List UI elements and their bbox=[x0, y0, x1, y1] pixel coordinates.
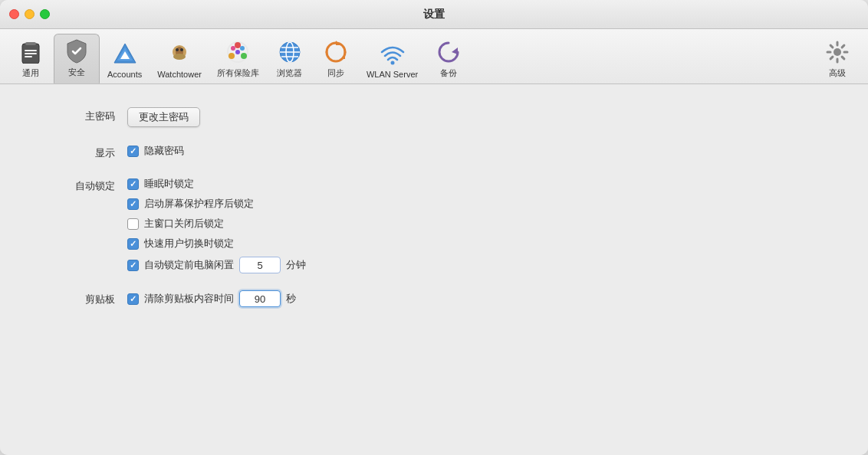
accounts-label: Accounts bbox=[107, 70, 142, 79]
toolbar-item-vaults[interactable]: 所有保险库 bbox=[209, 34, 267, 83]
hide-password-checkbox[interactable] bbox=[127, 146, 139, 157]
watchtower-label: Watchtower bbox=[157, 70, 202, 79]
toolbar-item-accounts[interactable]: Accounts bbox=[100, 34, 150, 83]
sleep-lock-row: 睡眠时锁定 bbox=[127, 177, 306, 191]
toolbar-item-advanced[interactable]: 高级 bbox=[814, 34, 860, 83]
toolbar-item-browser[interactable]: 浏览器 bbox=[267, 34, 313, 83]
screensaver-lock-row: 启动屏幕保护程序后锁定 bbox=[127, 197, 306, 211]
screensaver-lock-checkbox[interactable] bbox=[127, 198, 139, 210]
sync-icon bbox=[322, 38, 350, 66]
svg-point-14 bbox=[235, 42, 241, 48]
svg-point-11 bbox=[180, 48, 183, 51]
svg-point-27 bbox=[390, 61, 394, 65]
sleep-lock-checkbox[interactable] bbox=[127, 178, 139, 190]
svg-line-36 bbox=[842, 45, 844, 47]
clipboard-clear-checkbox[interactable] bbox=[127, 293, 139, 305]
idle-minutes-input[interactable] bbox=[239, 257, 281, 273]
userswitch-lock-text: 快速用户切换时锁定 bbox=[144, 237, 234, 250]
vaults-label: 所有保险库 bbox=[217, 67, 259, 79]
window-title: 设置 bbox=[423, 8, 445, 21]
auto-lock-controls: 睡眠时锁定 启动屏幕保护程序后锁定 主窗口关闭后锁定 快速用户切换时锁定 自动锁… bbox=[127, 177, 306, 273]
hide-password-text: 隐藏密码 bbox=[144, 144, 184, 158]
userswitch-lock-row: 快速用户切换时锁定 bbox=[127, 237, 306, 250]
maximize-button[interactable] bbox=[40, 9, 50, 19]
toolbar-item-wlan[interactable]: WLAN Server bbox=[359, 34, 426, 83]
svg-point-18 bbox=[240, 46, 245, 51]
advanced-icon bbox=[824, 38, 851, 66]
master-password-label: 主密码 bbox=[46, 107, 115, 123]
svg-point-10 bbox=[176, 48, 179, 51]
sleep-lock-text: 睡眠时锁定 bbox=[144, 177, 194, 191]
advanced-label: 高级 bbox=[829, 67, 846, 79]
wlan-label: WLAN Server bbox=[367, 70, 418, 79]
change-master-password-button[interactable]: 更改主密码 bbox=[127, 107, 200, 127]
clipboard-row: 剪贴板 清除剪贴板内容时间 秒 bbox=[46, 290, 822, 307]
master-password-row: 主密码 更改主密码 bbox=[46, 107, 822, 127]
app-window: 设置 通用 安全 bbox=[0, 0, 868, 455]
screensaver-lock-text: 启动屏幕保护程序后锁定 bbox=[144, 197, 254, 211]
clipboard-label: 剪贴板 bbox=[46, 290, 115, 306]
svg-rect-3 bbox=[25, 53, 37, 54]
browser-label: 浏览器 bbox=[277, 67, 302, 79]
clipboard-seconds-suffix: 秒 bbox=[286, 292, 296, 306]
hide-password-row: 隐藏密码 bbox=[127, 144, 184, 158]
general-label: 通用 bbox=[22, 67, 39, 79]
svg-point-29 bbox=[833, 48, 841, 56]
auto-lock-label: 自动锁定 bbox=[46, 177, 115, 193]
svg-point-12 bbox=[173, 54, 186, 60]
wlan-icon bbox=[379, 41, 406, 68]
svg-line-35 bbox=[842, 57, 844, 59]
traffic-lights bbox=[9, 9, 50, 19]
vaults-icon bbox=[224, 38, 252, 66]
idle-lock-text: 自动锁定前电脑闲置 bbox=[144, 258, 234, 272]
backup-icon bbox=[435, 38, 462, 66]
watchtower-icon bbox=[166, 41, 193, 68]
clipboard-controls: 清除剪贴板内容时间 秒 bbox=[127, 290, 296, 307]
auto-lock-row: 自动锁定 睡眠时锁定 启动屏幕保护程序后锁定 主窗口关闭后锁定 快速用户切换时锁… bbox=[46, 177, 822, 273]
browser-icon bbox=[276, 38, 304, 66]
close-button[interactable] bbox=[9, 9, 19, 19]
toolbar-item-backup[interactable]: 备份 bbox=[426, 34, 472, 83]
mainwindow-lock-text: 主窗口关闭后锁定 bbox=[144, 217, 224, 231]
clipboard-clear-row: 清除剪贴板内容时间 秒 bbox=[127, 290, 296, 307]
idle-lock-checkbox[interactable] bbox=[127, 260, 139, 271]
backup-label: 备份 bbox=[440, 67, 457, 79]
minimize-button[interactable] bbox=[25, 9, 35, 19]
svg-point-17 bbox=[235, 50, 240, 54]
toolbar-item-general[interactable]: 通用 bbox=[8, 34, 54, 83]
general-icon bbox=[17, 38, 44, 66]
content-area: 主密码 更改主密码 显示 隐藏密码 自动锁定 睡眠时锁定 bbox=[0, 84, 868, 455]
display-row: 显示 隐藏密码 bbox=[46, 144, 822, 160]
toolbar-item-sync[interactable]: 同步 bbox=[313, 34, 359, 83]
svg-rect-1 bbox=[25, 42, 36, 45]
master-password-controls: 更改主密码 bbox=[127, 107, 200, 127]
svg-point-15 bbox=[241, 53, 247, 59]
svg-marker-28 bbox=[452, 47, 458, 54]
idle-minutes-suffix: 分钟 bbox=[286, 258, 306, 272]
svg-line-37 bbox=[830, 57, 833, 59]
svg-point-16 bbox=[229, 53, 235, 59]
title-bar: 设置 bbox=[0, 0, 868, 29]
accounts-icon bbox=[111, 41, 139, 68]
display-label: 显示 bbox=[46, 144, 115, 160]
svg-rect-2 bbox=[25, 50, 37, 51]
security-icon bbox=[63, 38, 90, 65]
svg-line-34 bbox=[830, 45, 833, 47]
display-controls: 隐藏密码 bbox=[127, 144, 184, 158]
svg-rect-4 bbox=[25, 56, 32, 57]
security-label: 安全 bbox=[68, 67, 85, 78]
toolbar-item-security[interactable]: 安全 bbox=[54, 34, 100, 83]
toolbar: 通用 安全 Accounts bbox=[0, 29, 868, 84]
mainwindow-lock-checkbox[interactable] bbox=[127, 218, 139, 230]
userswitch-lock-checkbox[interactable] bbox=[127, 238, 139, 250]
clipboard-seconds-input[interactable] bbox=[239, 290, 281, 307]
toolbar-item-watchtower[interactable]: Watchtower bbox=[150, 34, 209, 83]
sync-label: 同步 bbox=[327, 67, 344, 79]
mainwindow-lock-row: 主窗口关闭后锁定 bbox=[127, 217, 306, 231]
svg-point-19 bbox=[231, 46, 235, 51]
clipboard-clear-text: 清除剪贴板内容时间 bbox=[144, 292, 234, 306]
idle-lock-row: 自动锁定前电脑闲置 分钟 bbox=[127, 257, 306, 273]
toolbar-spacer bbox=[472, 34, 814, 83]
